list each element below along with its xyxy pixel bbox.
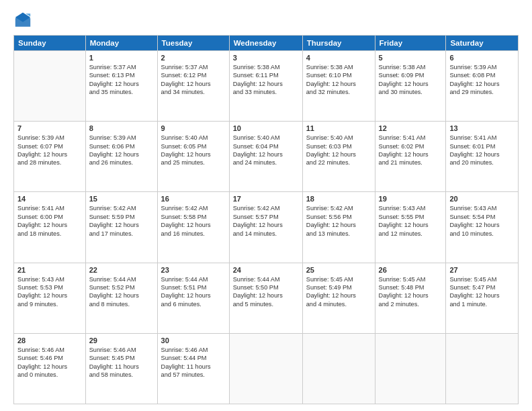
calendar-cell: 22Sunrise: 5:44 AMSunset: 5:52 PMDayligh…	[85, 263, 157, 333]
cell-info: Daylight: 12 hours	[17, 221, 82, 229]
cell-info: Sunrise: 5:39 AM	[89, 134, 154, 142]
calendar-cell: 6Sunrise: 5:39 AMSunset: 6:08 PMDaylight…	[446, 51, 519, 122]
calendar-cell: 5Sunrise: 5:38 AMSunset: 6:09 PMDaylight…	[375, 51, 446, 122]
cell-info: Sunrise: 5:41 AM	[17, 204, 82, 212]
cell-info: Daylight: 12 hours	[449, 150, 515, 158]
cell-info: and 8 minutes.	[89, 300, 154, 308]
cell-info: Daylight: 12 hours	[233, 80, 299, 88]
cell-info: Daylight: 12 hours	[306, 291, 371, 300]
calendar-cell: 24Sunrise: 5:44 AMSunset: 5:50 PMDayligh…	[229, 263, 302, 333]
cell-info: Sunset: 5:54 PM	[449, 213, 515, 221]
calendar-cell: 11Sunrise: 5:40 AMSunset: 6:03 PMDayligh…	[302, 122, 375, 192]
cell-info: and 2 minutes.	[379, 300, 443, 308]
calendar-cell: 21Sunrise: 5:43 AMSunset: 5:53 PMDayligh…	[14, 263, 86, 333]
calendar-cell: 26Sunrise: 5:45 AMSunset: 5:48 PMDayligh…	[375, 263, 446, 333]
day-number: 27	[449, 266, 515, 274]
cell-info: and 26 minutes.	[89, 158, 154, 167]
cell-info: Daylight: 12 hours	[449, 221, 515, 229]
cell-info: Sunrise: 5:39 AM	[17, 134, 82, 142]
day-number: 26	[379, 266, 443, 274]
cell-info: Sunrise: 5:46 AM	[17, 346, 82, 354]
calendar-cell: 23Sunrise: 5:44 AMSunset: 5:51 PMDayligh…	[157, 263, 229, 333]
calendar-cell: 18Sunrise: 5:42 AMSunset: 5:56 PMDayligh…	[302, 192, 375, 263]
cell-info: Sunrise: 5:45 AM	[306, 275, 371, 283]
cell-info: Daylight: 11 hours	[161, 363, 226, 371]
cell-info: Sunrise: 5:40 AM	[306, 134, 371, 142]
calendar-cell: 15Sunrise: 5:42 AMSunset: 5:59 PMDayligh…	[85, 192, 157, 263]
cell-info: Daylight: 12 hours	[306, 150, 371, 158]
day-number: 25	[306, 266, 371, 274]
cell-info: and 24 minutes.	[233, 158, 299, 167]
day-number: 16	[161, 195, 226, 203]
day-number: 30	[161, 336, 226, 345]
calendar-cell	[229, 333, 302, 404]
cell-info: and 16 minutes.	[161, 230, 226, 238]
cell-info: Daylight: 12 hours	[233, 291, 299, 300]
day-number: 18	[306, 195, 371, 203]
cell-info: Sunset: 5:53 PM	[17, 283, 82, 291]
day-number: 21	[17, 266, 82, 274]
cell-info: Daylight: 12 hours	[161, 221, 226, 229]
cell-info: and 21 minutes.	[379, 158, 443, 167]
cell-info: Sunset: 5:44 PM	[161, 354, 226, 362]
cell-info: and 5 minutes.	[233, 300, 299, 308]
cell-info: Sunrise: 5:44 AM	[89, 275, 154, 283]
calendar-cell: 3Sunrise: 5:38 AMSunset: 6:11 PMDaylight…	[229, 51, 302, 122]
cell-info: Sunset: 6:07 PM	[17, 142, 82, 150]
cell-info: Sunset: 6:13 PM	[89, 71, 154, 79]
day-number: 9	[161, 124, 226, 132]
cell-info: Sunset: 5:58 PM	[161, 213, 226, 221]
cell-info: and 0 minutes.	[17, 371, 82, 379]
cell-info: Sunrise: 5:46 AM	[89, 346, 154, 354]
cell-info: Daylight: 12 hours	[306, 80, 371, 88]
cell-info: Sunrise: 5:42 AM	[306, 204, 371, 212]
week-row-1: 1Sunrise: 5:37 AMSunset: 6:13 PMDaylight…	[14, 51, 519, 122]
cell-info: Sunset: 6:06 PM	[89, 142, 154, 150]
cell-info: Sunset: 5:57 PM	[233, 213, 299, 221]
cell-info: and 12 minutes.	[379, 230, 443, 238]
cell-info: Sunrise: 5:40 AM	[161, 134, 226, 142]
cell-info: Sunrise: 5:43 AM	[449, 204, 515, 212]
day-number: 15	[89, 195, 154, 203]
calendar-cell: 1Sunrise: 5:37 AMSunset: 6:13 PMDaylight…	[85, 51, 157, 122]
calendar-cell: 17Sunrise: 5:42 AMSunset: 5:57 PMDayligh…	[229, 192, 302, 263]
cell-info: Sunset: 5:50 PM	[233, 283, 299, 291]
day-number: 29	[89, 336, 154, 345]
day-number: 11	[306, 124, 371, 132]
cell-info: Sunrise: 5:37 AM	[89, 63, 154, 71]
cell-info: Daylight: 12 hours	[161, 291, 226, 300]
calendar-cell: 12Sunrise: 5:41 AMSunset: 6:02 PMDayligh…	[375, 122, 446, 192]
calendar-cell: 7Sunrise: 5:39 AMSunset: 6:07 PMDaylight…	[14, 122, 86, 192]
page: SundayMondayTuesdayWednesdayThursdayFrid…	[0, 0, 532, 411]
cell-info: Sunrise: 5:41 AM	[379, 134, 443, 142]
cell-info: Sunset: 5:51 PM	[161, 283, 226, 291]
cell-info: and 32 minutes.	[306, 88, 371, 96]
cell-info: Sunset: 5:52 PM	[89, 283, 154, 291]
cell-info: Daylight: 12 hours	[233, 221, 299, 229]
cell-info: Sunset: 6:05 PM	[161, 142, 226, 150]
calendar-cell: 9Sunrise: 5:40 AMSunset: 6:05 PMDaylight…	[157, 122, 229, 192]
day-number: 28	[17, 336, 82, 345]
calendar-cell	[302, 333, 375, 404]
cell-info: Daylight: 12 hours	[306, 221, 371, 229]
cell-info: Sunset: 6:01 PM	[449, 142, 515, 150]
cell-info: Sunset: 5:55 PM	[379, 213, 443, 221]
day-number: 3	[233, 54, 299, 62]
cell-info: and 58 minutes.	[89, 371, 154, 379]
cell-info: and 29 minutes.	[449, 88, 515, 96]
calendar-cell: 20Sunrise: 5:43 AMSunset: 5:54 PMDayligh…	[446, 192, 519, 263]
cell-info: Sunset: 5:49 PM	[306, 283, 371, 291]
day-number: 10	[233, 124, 299, 132]
cell-info: and 1 minute.	[449, 300, 515, 308]
cell-info: Sunset: 5:56 PM	[306, 213, 371, 221]
calendar-cell: 27Sunrise: 5:45 AMSunset: 5:47 PMDayligh…	[446, 263, 519, 333]
day-number: 17	[233, 195, 299, 203]
cell-info: Sunset: 6:02 PM	[379, 142, 443, 150]
cell-info: Daylight: 12 hours	[449, 80, 515, 88]
col-header-tuesday: Tuesday	[157, 36, 229, 51]
cell-info: and 10 minutes.	[449, 230, 515, 238]
cell-info: and 35 minutes.	[89, 88, 154, 96]
week-row-3: 14Sunrise: 5:41 AMSunset: 6:00 PMDayligh…	[14, 192, 519, 263]
calendar-cell: 30Sunrise: 5:46 AMSunset: 5:44 PMDayligh…	[157, 333, 229, 404]
cell-info: and 17 minutes.	[89, 230, 154, 238]
